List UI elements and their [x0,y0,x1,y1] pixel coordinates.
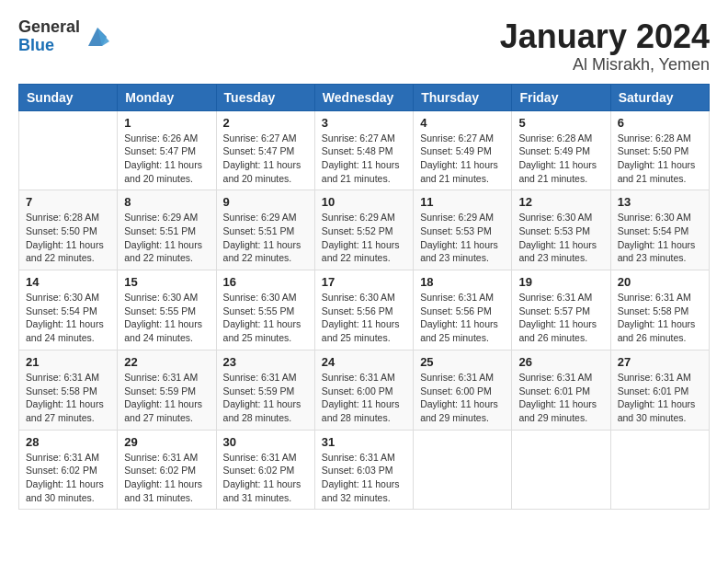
day-number: 13 [618,195,702,209]
day-info: Sunrise: 6:31 AM Sunset: 5:58 PM Dayligh… [618,291,702,345]
day-number: 27 [618,355,702,369]
day-info: Sunrise: 6:29 AM Sunset: 5:52 PM Dayligh… [322,211,406,265]
calendar-cell: 15Sunrise: 6:30 AM Sunset: 5:55 PM Dayli… [118,270,216,350]
day-info: Sunrise: 6:31 AM Sunset: 6:01 PM Dayligh… [518,371,603,425]
calendar-cell [19,110,118,190]
calendar-cell: 10Sunrise: 6:29 AM Sunset: 5:52 PM Dayli… [314,190,413,270]
calendar-cell: 24Sunrise: 6:31 AM Sunset: 6:00 PM Dayli… [314,350,413,430]
calendar-cell: 22Sunrise: 6:31 AM Sunset: 5:59 PM Dayli… [118,350,216,430]
day-number: 20 [618,275,702,289]
day-number: 6 [618,116,702,130]
day-info: Sunrise: 6:27 AM Sunset: 5:49 PM Dayligh… [420,132,505,186]
calendar-table: SundayMondayTuesdayWednesdayThursdayFrid… [18,84,710,511]
calendar-cell: 20Sunrise: 6:31 AM Sunset: 5:58 PM Dayli… [610,270,709,350]
calendar-cell: 9Sunrise: 6:29 AM Sunset: 5:51 PM Daylig… [216,190,314,270]
day-number: 29 [124,435,209,449]
day-info: Sunrise: 6:30 AM Sunset: 5:54 PM Dayligh… [26,291,110,345]
day-info: Sunrise: 6:31 AM Sunset: 6:02 PM Dayligh… [124,451,209,505]
day-info: Sunrise: 6:31 AM Sunset: 6:00 PM Dayligh… [322,371,406,425]
calendar-cell [610,430,709,510]
calendar-subtitle: Al Misrakh, Yemen [500,55,710,75]
day-number: 14 [26,275,110,289]
day-info: Sunrise: 6:31 AM Sunset: 6:02 PM Dayligh… [223,451,308,505]
day-number: 7 [26,195,110,209]
day-number: 31 [322,435,406,449]
day-info: Sunrise: 6:30 AM Sunset: 5:54 PM Dayligh… [618,211,702,265]
day-info: Sunrise: 6:31 AM Sunset: 5:57 PM Dayligh… [518,291,603,345]
page-header: General Blue January 2024 Al Misrakh, Ye… [18,18,710,75]
calendar-day-header: Sunday [19,84,118,110]
calendar-cell: 2Sunrise: 6:27 AM Sunset: 5:47 PM Daylig… [216,110,314,190]
calendar-cell: 6Sunrise: 6:28 AM Sunset: 5:50 PM Daylig… [610,110,709,190]
calendar-cell: 5Sunrise: 6:28 AM Sunset: 5:49 PM Daylig… [512,110,610,190]
title-block: January 2024 Al Misrakh, Yemen [500,18,710,75]
calendar-cell: 29Sunrise: 6:31 AM Sunset: 6:02 PM Dayli… [118,430,216,510]
calendar-day-header: Tuesday [216,84,314,110]
day-number: 30 [223,435,308,449]
calendar-cell: 14Sunrise: 6:30 AM Sunset: 5:54 PM Dayli… [19,270,118,350]
calendar-header-row: SundayMondayTuesdayWednesdayThursdayFrid… [19,84,710,110]
calendar-cell: 31Sunrise: 6:31 AM Sunset: 6:03 PM Dayli… [314,430,413,510]
day-number: 5 [518,116,603,130]
day-info: Sunrise: 6:28 AM Sunset: 5:50 PM Dayligh… [618,132,702,186]
calendar-cell: 27Sunrise: 6:31 AM Sunset: 6:01 PM Dayli… [610,350,709,430]
calendar-cell: 4Sunrise: 6:27 AM Sunset: 5:49 PM Daylig… [414,110,512,190]
calendar-cell: 18Sunrise: 6:31 AM Sunset: 5:56 PM Dayli… [414,270,512,350]
day-info: Sunrise: 6:30 AM Sunset: 5:53 PM Dayligh… [518,211,603,265]
day-info: Sunrise: 6:30 AM Sunset: 5:55 PM Dayligh… [124,291,209,345]
day-info: Sunrise: 6:31 AM Sunset: 5:58 PM Dayligh… [26,371,110,425]
day-number: 16 [223,275,308,289]
day-number: 2 [223,116,308,130]
day-info: Sunrise: 6:31 AM Sunset: 6:00 PM Dayligh… [420,371,505,425]
day-info: Sunrise: 6:28 AM Sunset: 5:49 PM Dayligh… [518,132,603,186]
day-number: 28 [26,435,110,449]
calendar-cell: 16Sunrise: 6:30 AM Sunset: 5:55 PM Dayli… [216,270,314,350]
day-number: 8 [124,195,209,209]
day-info: Sunrise: 6:29 AM Sunset: 5:51 PM Dayligh… [223,211,308,265]
day-number: 23 [223,355,308,369]
day-number: 21 [26,355,110,369]
calendar-cell: 7Sunrise: 6:28 AM Sunset: 5:50 PM Daylig… [19,190,118,270]
day-info: Sunrise: 6:26 AM Sunset: 5:47 PM Dayligh… [124,132,209,186]
calendar-cell: 3Sunrise: 6:27 AM Sunset: 5:48 PM Daylig… [314,110,413,190]
day-number: 12 [518,195,603,209]
day-number: 3 [322,116,406,130]
day-info: Sunrise: 6:27 AM Sunset: 5:48 PM Dayligh… [322,132,406,186]
calendar-week-row: 14Sunrise: 6:30 AM Sunset: 5:54 PM Dayli… [19,270,710,350]
calendar-day-header: Wednesday [314,84,413,110]
calendar-day-header: Friday [512,84,610,110]
calendar-week-row: 7Sunrise: 6:28 AM Sunset: 5:50 PM Daylig… [19,190,710,270]
day-info: Sunrise: 6:29 AM Sunset: 5:53 PM Dayligh… [420,211,505,265]
day-info: Sunrise: 6:31 AM Sunset: 6:02 PM Dayligh… [26,451,110,505]
calendar-cell: 25Sunrise: 6:31 AM Sunset: 6:00 PM Dayli… [414,350,512,430]
calendar-cell [512,430,610,510]
calendar-cell: 23Sunrise: 6:31 AM Sunset: 5:59 PM Dayli… [216,350,314,430]
day-number: 24 [322,355,406,369]
calendar-cell: 13Sunrise: 6:30 AM Sunset: 5:54 PM Dayli… [610,190,709,270]
calendar-day-header: Monday [118,84,216,110]
calendar-cell: 30Sunrise: 6:31 AM Sunset: 6:02 PM Dayli… [216,430,314,510]
logo: General Blue [18,18,111,55]
day-number: 9 [223,195,308,209]
calendar-week-row: 1Sunrise: 6:26 AM Sunset: 5:47 PM Daylig… [19,110,710,190]
calendar-cell: 11Sunrise: 6:29 AM Sunset: 5:53 PM Dayli… [414,190,512,270]
calendar-cell: 28Sunrise: 6:31 AM Sunset: 6:02 PM Dayli… [19,430,118,510]
day-number: 19 [518,275,603,289]
calendar-cell: 26Sunrise: 6:31 AM Sunset: 6:01 PM Dayli… [512,350,610,430]
day-info: Sunrise: 6:28 AM Sunset: 5:50 PM Dayligh… [26,211,110,265]
day-info: Sunrise: 6:31 AM Sunset: 5:56 PM Dayligh… [420,291,505,345]
logo-icon [84,23,111,51]
day-number: 26 [518,355,603,369]
calendar-cell: 12Sunrise: 6:30 AM Sunset: 5:53 PM Dayli… [512,190,610,270]
day-number: 15 [124,275,209,289]
calendar-cell: 8Sunrise: 6:29 AM Sunset: 5:51 PM Daylig… [118,190,216,270]
calendar-day-header: Saturday [610,84,709,110]
calendar-title: January 2024 [500,18,710,55]
calendar-cell [414,430,512,510]
day-info: Sunrise: 6:27 AM Sunset: 5:47 PM Dayligh… [223,132,308,186]
day-info: Sunrise: 6:31 AM Sunset: 6:01 PM Dayligh… [618,371,702,425]
day-info: Sunrise: 6:31 AM Sunset: 5:59 PM Dayligh… [124,371,209,425]
logo-blue-text: Blue [18,37,80,55]
logo-general-text: General [18,18,80,37]
day-number: 22 [124,355,209,369]
